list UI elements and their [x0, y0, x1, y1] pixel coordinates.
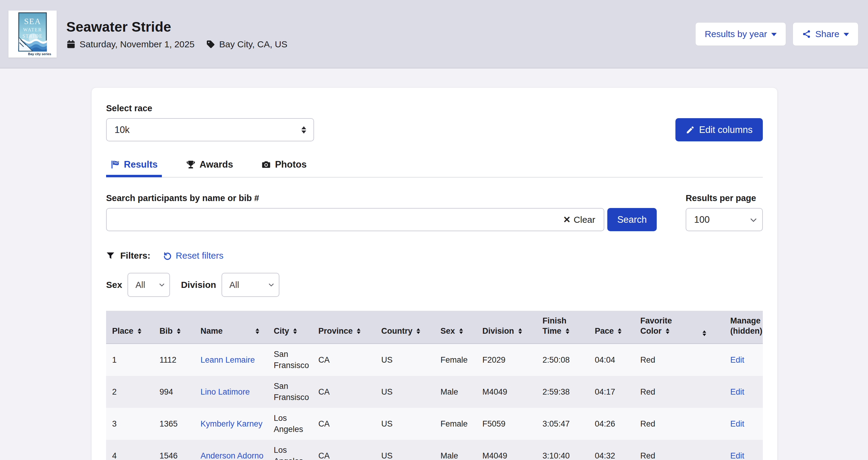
- column-header-division[interactable]: Division: [476, 311, 537, 344]
- table-row: 41546Anderson AdornoLos AngelesCAUSMaleM…: [106, 440, 763, 460]
- tab-label: Awards: [199, 159, 233, 170]
- search-button-label: Search: [617, 214, 647, 225]
- cell-place: 3: [106, 408, 153, 440]
- sort-icon[interactable]: [666, 328, 670, 334]
- cell-division: M4049: [476, 440, 537, 460]
- race-select[interactable]: 10k: [106, 118, 314, 142]
- sort-icon[interactable]: [459, 328, 463, 334]
- edit-link[interactable]: Edit: [730, 387, 744, 396]
- column-header-city[interactable]: City: [268, 311, 312, 344]
- search-box: ✕ Clear: [106, 208, 604, 231]
- column-header-country[interactable]: Country: [375, 311, 435, 344]
- cell-province: CA: [312, 344, 375, 376]
- pencil-icon: [686, 125, 695, 134]
- share-icon: [802, 30, 811, 38]
- edit-link[interactable]: Edit: [730, 356, 744, 364]
- cell-finish_time: 3:05:47: [536, 408, 589, 440]
- cell-manage: Edit: [724, 344, 763, 376]
- tab-photos[interactable]: Photos: [257, 159, 311, 177]
- sort-icon[interactable]: [416, 328, 420, 334]
- clear-button[interactable]: ✕ Clear: [558, 214, 601, 225]
- column-label: Province: [318, 326, 352, 336]
- logo-caption: Bay city series: [28, 52, 51, 56]
- column-label: City: [274, 326, 289, 336]
- column-label: Sex: [440, 326, 455, 336]
- column-header-favorite-color[interactable]: FavoriteColor: [634, 311, 692, 344]
- cell-manage: Edit: [724, 376, 763, 408]
- cell-favorite_color: Red: [634, 344, 692, 376]
- column-header-sort[interactable]: [692, 311, 724, 344]
- column-header-province[interactable]: Province: [312, 311, 375, 344]
- column-label: Place: [112, 326, 133, 336]
- share-button[interactable]: Share: [793, 22, 858, 46]
- reset-filters-label: Reset filters: [176, 250, 223, 261]
- app-header: SEA WATER STRIDE Bay city series Seawate…: [0, 0, 868, 68]
- column-header-bib[interactable]: Bib: [153, 311, 194, 344]
- share-label: Share: [815, 29, 839, 39]
- column-header-sex[interactable]: Sex: [434, 311, 476, 344]
- search-input[interactable]: [107, 209, 558, 231]
- edit-link[interactable]: Edit: [730, 451, 744, 460]
- sort-icon[interactable]: [566, 328, 569, 334]
- page-title: Seawater Stride: [66, 19, 287, 35]
- sort-icon[interactable]: [518, 328, 522, 334]
- cell-city: Los Angeles: [268, 440, 312, 460]
- event-logo: SEA WATER STRIDE Bay city series: [8, 10, 57, 58]
- sort-icon[interactable]: [618, 328, 621, 334]
- cell-manage: Edit: [724, 408, 763, 440]
- column-header-pace[interactable]: Pace: [589, 311, 634, 344]
- sort-icon[interactable]: [177, 328, 181, 334]
- sort-icon[interactable]: [293, 328, 297, 334]
- sort-icon[interactable]: [357, 328, 361, 334]
- cell-pace: 04:26: [589, 408, 634, 440]
- tab-label: Results: [124, 159, 158, 170]
- camera-icon: [261, 160, 271, 170]
- cell-division: F2029: [476, 344, 537, 376]
- table-row: 2994Lino LatimoreSan FransiscoCAUSMaleM4…: [106, 376, 763, 408]
- calendar-icon: [66, 39, 76, 49]
- sort-icon[interactable]: [255, 328, 259, 334]
- column-header-name[interactable]: Name: [194, 311, 268, 344]
- sort-icon[interactable]: [138, 328, 141, 334]
- reset-filters-link[interactable]: Reset filters: [163, 250, 223, 261]
- results-by-year-label: Results by year: [705, 29, 767, 39]
- name-link[interactable]: Leann Lemaire: [200, 356, 255, 364]
- cell-finish_time: 2:59:38: [536, 376, 589, 408]
- division-filter-label: Division: [181, 280, 216, 290]
- edit-columns-label: Edit columns: [699, 124, 752, 135]
- search-button[interactable]: Search: [607, 208, 657, 231]
- column-label: Favorite: [641, 316, 689, 326]
- cell-country: US: [375, 440, 435, 460]
- division-select[interactable]: All: [221, 273, 279, 297]
- column-header-finish-time[interactable]: FinishTime: [536, 311, 589, 344]
- column-label: Name: [200, 326, 223, 336]
- name-link[interactable]: Anderson Adorno: [200, 451, 264, 460]
- column-header-place[interactable]: Place: [106, 311, 153, 344]
- results-by-year-button[interactable]: Results by year: [695, 22, 786, 46]
- column-label: Pace: [595, 326, 614, 336]
- sort-icon[interactable]: [703, 330, 706, 336]
- select-race-label: Select race: [106, 103, 314, 113]
- column-label: Finish: [542, 316, 586, 326]
- column-label: Division: [483, 326, 514, 336]
- cell-city: San Fransisco: [268, 376, 312, 408]
- per-page-select[interactable]: 100: [686, 208, 763, 231]
- results-card: Select race 10k Edit columns ResultsAwar…: [91, 87, 778, 460]
- cell-province: CA: [312, 408, 375, 440]
- event-location: Bay City, CA, US: [219, 39, 287, 50]
- sex-select[interactable]: All: [127, 273, 170, 297]
- column-label: Manage: [730, 316, 760, 326]
- cell-favorite_color: Red: [634, 440, 692, 460]
- tab-results[interactable]: Results: [106, 159, 162, 177]
- name-link[interactable]: Kymberly Karney: [200, 419, 262, 428]
- cell-bib: 1546: [153, 440, 194, 460]
- edit-columns-button[interactable]: Edit columns: [675, 118, 763, 142]
- tab-awards[interactable]: Awards: [182, 159, 237, 177]
- edit-link[interactable]: Edit: [730, 419, 744, 428]
- cell-extra: [692, 376, 724, 408]
- column-label: Country: [381, 326, 412, 336]
- tab-label: Photos: [275, 159, 307, 170]
- svg-text:WATER: WATER: [23, 27, 42, 32]
- funnel-icon: [106, 251, 115, 260]
- name-link[interactable]: Lino Latimore: [200, 387, 250, 396]
